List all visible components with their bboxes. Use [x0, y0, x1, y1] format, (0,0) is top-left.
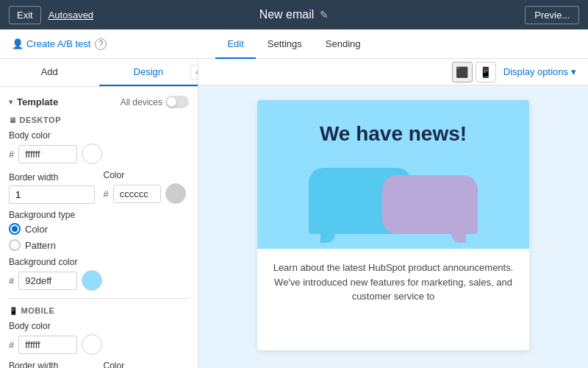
chat-bubbles: [272, 160, 514, 234]
mobile-icon: 📱: [9, 307, 18, 315]
email-preview-container: We have news! Learn about the latest Hub…: [198, 85, 588, 365]
create-ab-button[interactable]: 👤 Create A/B test: [12, 38, 90, 49]
email-title: New email ✎: [259, 8, 329, 21]
display-options-label: Display options: [503, 66, 568, 77]
desktop-border-width-label: Border width: [9, 172, 95, 183]
mobile-body-color-label: Body color: [9, 321, 189, 331]
bubble-purple: [382, 175, 478, 234]
device-icons: ⬛ 📱: [452, 62, 496, 82]
mobile-border-width-group: Border width: [9, 355, 95, 368]
desktop-bg-pattern-radio[interactable]: [9, 239, 21, 251]
mobile-body-color-input[interactable]: [18, 336, 77, 354]
desktop-body-color-label: Body color: [9, 130, 189, 141]
panel-content: ▾ Template All devices 🖥 DESKTOP Body co…: [0, 87, 198, 368]
mobile-label-text: MOBILE: [21, 306, 55, 315]
edit-title-icon[interactable]: ✎: [320, 9, 329, 21]
preview-button[interactable]: Previe...: [525, 6, 579, 24]
mobile-border-fields: Border width Color: [9, 355, 189, 368]
panel-tab-add[interactable]: Add: [0, 59, 99, 86]
mobile-body-color-swatch[interactable]: [82, 334, 102, 355]
desktop-body-color-swatch[interactable]: [82, 144, 102, 164]
desktop-border-color-field: #: [104, 183, 190, 204]
email-body-text: Learn about the latest HubSpot product a…: [257, 249, 529, 316]
desktop-bg-color-radio[interactable]: [9, 223, 21, 235]
display-options-chevron-icon: ▾: [571, 66, 576, 77]
tab-settings[interactable]: Settings: [256, 29, 314, 59]
mobile-border-width-label: Border width: [9, 361, 95, 368]
user-icon: 👤: [12, 38, 24, 49]
desktop-border-color-swatch[interactable]: [165, 183, 186, 204]
email-title-text: New email: [259, 8, 315, 21]
mobile-border-color-label: Color: [104, 361, 190, 368]
display-options-bar: ⬛ 📱 Display options ▾: [198, 59, 588, 85]
desktop-bg-hash: #: [9, 275, 14, 286]
desktop-mobile-divider: [9, 298, 189, 299]
tab-sending[interactable]: Sending: [314, 29, 373, 59]
desktop-body-hash: #: [9, 149, 14, 160]
mobile-body-hash: #: [9, 339, 14, 350]
desktop-border-width-group: Border width: [9, 166, 95, 204]
desktop-border-color-group: Color #: [104, 164, 190, 204]
desktop-subsection-label: 🖥 DESKTOP: [9, 116, 189, 124]
autosaved-link[interactable]: Autosaved: [49, 10, 93, 21]
all-devices-toggle[interactable]: [165, 96, 189, 108]
exit-button[interactable]: Exit: [9, 6, 41, 24]
email-preview: We have news! Learn about the latest Hub…: [257, 100, 529, 350]
desktop-icon: 🖥: [9, 116, 17, 124]
email-hero: We have news!: [257, 100, 529, 249]
right-content: ⬛ 📱 Display options ▾ We have news! Lear…: [198, 59, 588, 368]
email-headline: We have news!: [272, 122, 514, 146]
help-icon[interactable]: ?: [95, 38, 107, 50]
secondary-nav: 👤 Create A/B test ? Edit Settings Sendin…: [0, 29, 588, 59]
create-ab-label: Create A/B test: [26, 38, 90, 49]
desktop-bg-pattern-option[interactable]: Pattern: [9, 239, 189, 251]
top-bar: Exit Autosaved New email ✎ Previe...: [0, 0, 588, 29]
desktop-bg-color-swatch[interactable]: [82, 270, 102, 291]
desktop-bg-color-label: Color: [25, 224, 48, 235]
left-nav-area: 👤 Create A/B test ?: [12, 29, 107, 58]
desktop-label-text: DESKTOP: [20, 116, 61, 124]
display-options-button[interactable]: Display options ▾: [503, 66, 576, 77]
main-tabs: Edit Settings Sending: [215, 29, 372, 58]
device-select: All devices: [121, 96, 189, 108]
desktop-bg-type-radio-group: Color Pattern: [9, 223, 189, 251]
desktop-border-fields: Border width Color #: [9, 164, 189, 204]
left-panel: « Add Design ▾ Template All devices 🖥: [0, 59, 198, 368]
mobile-border-color-group: Color: [104, 355, 190, 368]
panel-tab-design[interactable]: Design: [99, 59, 198, 86]
desktop-border-hash: #: [104, 188, 109, 199]
all-devices-label: All devices: [121, 97, 162, 107]
panel-tabs: Add Design: [0, 59, 198, 87]
template-section-header: ▾ Template All devices: [9, 96, 189, 108]
mobile-body-color-field: #: [9, 334, 189, 355]
desktop-bg-type-label: Background type: [9, 210, 189, 220]
desktop-border-color-input[interactable]: [113, 185, 161, 203]
template-title[interactable]: ▾ Template: [9, 96, 58, 107]
mobile-section: 📱 MOBILE Body color # Border width C: [9, 306, 189, 368]
desktop-bg-pattern-label: Pattern: [25, 240, 56, 251]
desktop-border-color-label: Color: [104, 170, 190, 180]
desktop-bg-color-field: #: [9, 270, 189, 291]
template-chevron-icon: ▾: [9, 98, 12, 106]
desktop-bg-color-input[interactable]: [18, 272, 77, 290]
desktop-bg-color-option[interactable]: Color: [9, 223, 189, 235]
mobile-view-button[interactable]: 📱: [476, 62, 496, 82]
desktop-view-button[interactable]: ⬛: [452, 62, 473, 82]
mobile-subsection-label: 📱 MOBILE: [9, 306, 189, 315]
tab-edit[interactable]: Edit: [215, 29, 255, 59]
template-title-text: Template: [17, 96, 58, 107]
desktop-bg-color-label: Background color: [9, 257, 189, 267]
panel-collapse-button[interactable]: «: [190, 65, 198, 79]
desktop-border-width-input[interactable]: [9, 185, 95, 204]
desktop-body-color-field: #: [9, 144, 189, 164]
desktop-body-color-input[interactable]: [18, 145, 77, 163]
main-layout: « Add Design ▾ Template All devices 🖥: [0, 59, 588, 368]
